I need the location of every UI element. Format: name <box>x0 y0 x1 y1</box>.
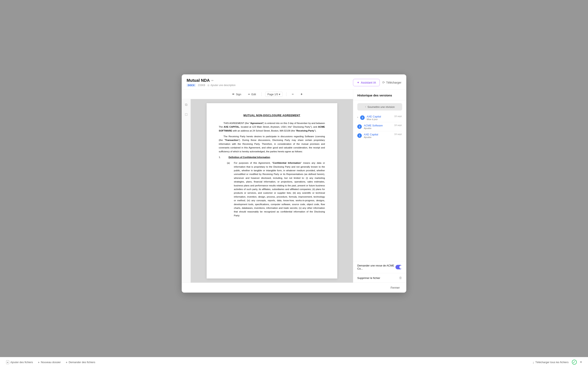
document-paragraph-1: THIS AGREEMENT (the "Agreement") is ente… <box>219 121 325 133</box>
sub-item-label: (a) <box>227 161 230 219</box>
header-left: Mutual NDA ✏ DOCX 233KB ⊕ Ajouter une de… <box>187 78 236 87</box>
assistant-ia-button[interactable]: ✦ Assistant IA <box>353 79 380 86</box>
modal-footer: Fermer <box>182 283 406 292</box>
request-files-button[interactable]: + Demander des fichiers <box>66 360 95 364</box>
modal-body: ✒ Sign ✏ Edit Page 1/5 ▾ − <box>182 90 406 283</box>
version-1-info: AXE Capital Ajoutée <box>364 133 392 138</box>
version-item-2[interactable]: 2 ACME Software Ajoutée 18 sept. <box>357 122 402 131</box>
sign-label: Sign <box>236 93 241 96</box>
section-1-title: Definition of Confidential Information. <box>229 155 271 159</box>
download-all-label: Télécharger tous les fichiers <box>535 361 569 364</box>
version-3-action: Mise à jour <box>367 118 392 120</box>
download-icon: ⟳ <box>382 81 385 84</box>
bookmark-icon[interactable]: ◻ <box>184 111 189 117</box>
add-files-icon: + <box>6 360 9 364</box>
zoom-in-icon: + <box>301 92 302 96</box>
pencil-icon: ✏ <box>248 93 250 96</box>
document-modal: Mutual NDA ✏ DOCX 233KB ⊕ Ajouter une de… <box>182 75 406 292</box>
toolbar-divider-2 <box>286 92 286 96</box>
download-all-button[interactable]: ↓ Télécharger tous les fichiers <box>533 360 569 364</box>
version-item-3[interactable]: › 3 AXE Capital Mise à jour 18 sept. <box>357 113 402 122</box>
sign-button[interactable]: ✒ Sign <box>231 92 243 97</box>
version-2-badge: 2 <box>357 124 362 129</box>
copy-icon[interactable]: ⧉ <box>184 102 188 108</box>
download-button[interactable]: ⟳ Télécharger <box>382 81 401 84</box>
version-3-date: 18 sept. <box>394 115 402 117</box>
section-1: 1. Definition of Confidential Informatio… <box>219 155 325 159</box>
list-icon[interactable]: ≡ <box>580 360 582 364</box>
ask-review-label: Demander une revue de ACME Co... <box>357 264 396 270</box>
version-item-1[interactable]: 1 AXE Capital Ajoutée 18 sept. <box>357 131 402 140</box>
document-toolbar: ✒ Sign ✏ Edit Page 1/5 ▾ − <box>182 90 353 99</box>
close-button[interactable]: Fermer <box>388 285 402 291</box>
zoom-out-icon: − <box>292 92 294 96</box>
version-3-info: AXE Capital Mise à jour <box>367 115 392 120</box>
right-panel: Historique des versions ↑ Soumettre une … <box>353 90 406 283</box>
meta-row: DOCX 233KB ⊕ Ajouter une description <box>187 83 236 87</box>
download-label: Télécharger <box>386 81 401 84</box>
document-paragraph-2: The Receiving Party hereto desires to pa… <box>219 134 325 153</box>
document-sidebar: ⧉ ◻ <box>182 99 191 283</box>
add-description-label: Ajouter une description <box>210 84 236 87</box>
submit-revision-label: Soumettre une révision <box>367 105 395 108</box>
sparkle-icon: ✦ <box>357 81 360 84</box>
add-files-button[interactable]: + Ajouter des fichiers <box>6 360 33 364</box>
version-2-action: Ajoutée <box>364 127 392 129</box>
chevron-down-icon: ▾ <box>279 93 280 96</box>
header-right: ✦ Assistant IA ⟳ Télécharger <box>353 79 401 86</box>
versions-list: › 3 AXE Capital Mise à jour 18 sept. 2 A… <box>353 110 406 261</box>
section-1a: (a) For purposes of this Agreement, "Con… <box>227 161 325 219</box>
file-size: 233KB <box>198 84 205 87</box>
version-1-date: 18 sept. <box>394 133 402 135</box>
new-folder-icon: + <box>38 360 40 364</box>
ask-review-toggle[interactable] <box>396 265 402 269</box>
title-row: Mutual NDA ✏ <box>187 78 236 83</box>
zoom-out-button[interactable]: − <box>290 92 295 97</box>
page-selector[interactable]: Page 1/5 ▾ <box>265 92 283 97</box>
file-type-badge: DOCX <box>187 83 196 87</box>
document-main-title: MUTUAL NON-DISCLOSURE AGREEMENT <box>219 113 325 118</box>
page-label: Page 1/5 <box>268 93 278 96</box>
delete-label: Supprimer le fichier <box>357 276 380 280</box>
right-panel-bottom: Demander une revue de ACME Co... Supprim… <box>353 261 406 283</box>
version-1-badge: 1 <box>357 133 362 138</box>
edit-label: Edit <box>251 93 256 96</box>
new-folder-button[interactable]: + Nouveau dossier <box>38 360 61 364</box>
version-2-date: 18 sept. <box>394 124 402 126</box>
modal-overlay: Mutual NDA ✏ DOCX 233KB ⊕ Ajouter une de… <box>0 0 588 367</box>
sign-icon: ✒ <box>232 92 235 96</box>
add-description-button[interactable]: ⊕ Ajouter une description <box>207 83 236 87</box>
version-2-name: ACME Software <box>364 124 392 127</box>
document-page: MUTUAL NON-DISCLOSURE AGREEMENT THIS AGR… <box>207 103 337 278</box>
document-area: ✒ Sign ✏ Edit Page 1/5 ▾ − <box>182 90 353 283</box>
toggle-slider <box>396 265 402 269</box>
version-1-name: AXE Capital <box>364 133 392 136</box>
edit-button[interactable]: ✏ Edit <box>246 92 258 97</box>
plus-icon: ⊕ <box>207 83 210 87</box>
bottom-bar: + Ajouter des fichiers + Nouveau dossier… <box>0 357 588 367</box>
document-title: Mutual NDA <box>187 78 210 83</box>
section-1a-text: For purposes of this Agreement, "Confide… <box>234 161 325 217</box>
right-panel-header: Historique des versions <box>353 90 406 100</box>
zoom-in-button[interactable]: + <box>299 92 304 97</box>
edit-title-icon[interactable]: ✏ <box>211 79 214 82</box>
versions-title: Historique des versions <box>357 94 392 97</box>
request-files-label: Demander des fichiers <box>69 361 95 364</box>
submit-revision-button[interactable]: ↑ Soumettre une révision <box>357 103 402 110</box>
version-3-badge: 3 <box>360 115 365 120</box>
new-folder-label: Nouveau dossier <box>41 361 61 364</box>
checkmark-icon: ✓ <box>572 360 577 365</box>
version-1-action: Ajoutée <box>364 136 392 138</box>
add-files-label: Ajouter des fichiers <box>10 361 33 364</box>
assistant-label: Assistant IA <box>361 81 376 84</box>
version-3-chevron: › <box>357 116 358 119</box>
document-content-wrapper[interactable]: MUTUAL NON-DISCLOSURE AGREEMENT THIS AGR… <box>191 99 353 283</box>
cloud-upload-icon: ↑ <box>365 105 366 108</box>
version-3-name: AXE Capital <box>367 115 392 118</box>
section-number-1: 1. <box>219 155 225 159</box>
request-files-icon: + <box>66 360 68 364</box>
modal-header: Mutual NDA ✏ DOCX 233KB ⊕ Ajouter une de… <box>182 75 406 90</box>
ask-review-row: Demander une revue de ACME Co... <box>353 261 406 273</box>
version-2-info: ACME Software Ajoutée <box>364 124 392 129</box>
delete-icon[interactable]: 🗑 <box>399 276 402 280</box>
